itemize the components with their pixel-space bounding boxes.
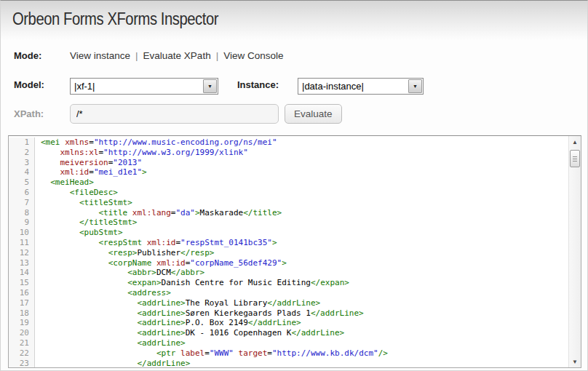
code-line: 20 <addrLine>DK - 1016 Copenhagen K</add… <box>9 328 568 338</box>
scrollbar-thumb[interactable] <box>570 150 580 167</box>
mode-label: Mode: <box>14 50 41 61</box>
instance-select[interactable]: |data-instance| ▼ <box>298 78 424 95</box>
dropdown-button[interactable]: ▼ <box>203 79 217 93</box>
code-line: 6 <fileDesc> <box>9 188 568 198</box>
code-text: <addrLine>Søren Kierkegaards Plads 1</ad… <box>35 308 364 319</box>
line-number: 6 <box>9 188 35 198</box>
code-line: 7 <titleStmt> <box>9 198 568 208</box>
code-line: 10 <pubStmt> <box>9 228 568 238</box>
code-text: <fileDesc> <box>35 188 118 198</box>
code-line: 16 <address> <box>9 288 568 298</box>
line-number: 1 <box>9 137 35 148</box>
code-text: xml:id="mei_d1e1"> <box>35 167 147 177</box>
line-number: 9 <box>9 218 35 228</box>
code-text: <abbr>DCM</abbr> <box>35 268 204 278</box>
chevron-down-icon: ▼ <box>413 84 418 89</box>
code-text: </addrLine> <box>35 359 190 367</box>
line-number: 17 <box>9 298 35 308</box>
line-number: 20 <box>9 328 35 338</box>
code-text: <title xml:lang="da">Maskarade</title> <box>35 208 282 218</box>
code-text: <addrLine>The Royal Library</addrLine> <box>35 298 320 308</box>
line-number: 10 <box>9 228 35 238</box>
code-text: <titleStmt> <box>35 198 132 208</box>
code-text: <expan>Danish Centre for Music Editing</… <box>35 278 349 288</box>
code-line: 2 xmlns:xl="http://www.w3.org/1999/xlink… <box>9 148 568 158</box>
code-lines: 1<mei xmlns="http://www.music-encoding.o… <box>9 136 568 367</box>
line-number: 18 <box>9 308 35 319</box>
line-number: 21 <box>9 338 35 348</box>
line-number: 12 <box>9 248 35 258</box>
scroll-up-button[interactable]: ▲ <box>569 136 581 148</box>
code-text: xmlns:xl="http://www.w3.org/1999/xlink" <box>35 148 248 158</box>
code-line: 3 meiversion="2013" <box>9 158 568 168</box>
code-text: <resp>Publisher</resp> <box>35 248 214 258</box>
code-line: 11 <respStmt xml:id="respStmt_0141bc35"> <box>9 238 568 248</box>
line-number: 19 <box>9 318 35 328</box>
vertical-scrollbar[interactable]: ▲ ▼ <box>568 136 581 367</box>
code-line: 1<mei xmlns="http://www.music-encoding.o… <box>9 137 568 148</box>
scroll-up-icon: ▲ <box>572 139 578 145</box>
scroll-down-button[interactable]: ▼ <box>569 356 581 367</box>
code-text: <addrLine>DK - 1016 Copenhagen K</addrLi… <box>35 328 344 338</box>
code-text: <mei xmlns="http://www.music-encoding.or… <box>35 137 277 148</box>
instance-xml-view: 1<mei xmlns="http://www.music-encoding.o… <box>8 135 581 368</box>
code-line: 8 <title xml:lang="da">Maskarade</title> <box>9 208 568 218</box>
code-text: <pubStmt> <box>35 228 123 238</box>
line-number: 7 <box>9 198 35 208</box>
instance-select-value: |data-instance| <box>302 81 405 92</box>
mode-view-console[interactable]: View Console <box>223 50 283 61</box>
line-number: 8 <box>9 208 35 218</box>
mode-view-instance[interactable]: View instance <box>70 50 130 61</box>
scroll-down-icon: ▼ <box>572 359 578 365</box>
line-number: 22 <box>9 348 35 359</box>
chevron-down-icon: ▼ <box>207 84 212 89</box>
code-text: <addrLine>P.O. Box 2149</addrLine> <box>35 318 301 328</box>
line-number: 15 <box>9 278 35 288</box>
line-number: 4 <box>9 167 35 177</box>
code-text: <corpName xml:id="corpName_56def429"> <box>35 258 287 268</box>
model-select-value: |xf-1| <box>74 81 200 92</box>
line-number: 3 <box>9 158 35 168</box>
line-number: 5 <box>9 177 35 188</box>
dropdown-button[interactable]: ▼ <box>408 79 422 93</box>
xpath-input[interactable] <box>70 104 279 124</box>
line-number: 13 <box>9 258 35 268</box>
model-instance-row: Model: |xf-1| ▼ Instance: |data-instance… <box>1 76 587 95</box>
code-line: 9 </titleStmt> <box>9 218 568 228</box>
code-text: <ptr label="WWW" target="http://www.kb.d… <box>35 348 388 359</box>
scrollbar-grip-icon <box>573 156 577 161</box>
instance-label: Instance: <box>237 79 279 90</box>
model-label: Model: <box>14 79 44 90</box>
code-text: </titleStmt> <box>35 218 137 228</box>
code-line: 22 <ptr label="WWW" target="http://www.k… <box>9 348 568 359</box>
app-title: Orbeon Forms XForms Inspector <box>12 9 218 29</box>
mode-links: View instance|Evaluate XPath|View Consol… <box>70 50 283 61</box>
line-number: 16 <box>9 288 35 298</box>
line-number: 11 <box>9 238 35 248</box>
line-number: 14 <box>9 268 35 278</box>
code-line: 21 <addrLine> <box>9 338 568 348</box>
code-line: 15 <expan>Danish Centre for Music Editin… <box>9 278 568 288</box>
header: Orbeon Forms XForms Inspector <box>1 1 587 40</box>
code-text: <addrLine> <box>35 338 186 348</box>
line-number: 23 <box>9 359 35 367</box>
code-line: 5 <meiHead> <box>9 177 568 188</box>
xpath-label: XPath: <box>14 108 44 119</box>
mode-row: Mode: View instance|Evaluate XPath|View … <box>1 50 587 65</box>
mode-separator: | <box>211 50 224 61</box>
code-line: 12 <resp>Publisher</resp> <box>9 248 568 258</box>
code-line: 18 <addrLine>Søren Kierkegaards Plads 1<… <box>9 308 568 319</box>
line-number: 2 <box>9 148 35 158</box>
code-text: meiversion="2013" <box>35 158 142 168</box>
code-text: <address> <box>35 288 171 298</box>
code-line: 14 <abbr>DCM</abbr> <box>9 268 568 278</box>
model-select[interactable]: |xf-1| ▼ <box>70 78 218 95</box>
code-line: 17 <addrLine>The Royal Library</addrLine… <box>9 298 568 308</box>
mode-evaluate-xpath[interactable]: Evaluate XPath <box>143 50 211 61</box>
code-line: 4 xml:id="mei_d1e1"> <box>9 167 568 177</box>
mode-separator: | <box>130 50 143 61</box>
code-text: <respStmt xml:id="respStmt_0141bc35"> <box>35 238 277 248</box>
xforms-inspector-window: Orbeon Forms XForms Inspector Mode: View… <box>0 0 588 371</box>
code-text: <meiHead> <box>35 177 94 188</box>
evaluate-button[interactable]: Evaluate <box>285 104 342 124</box>
